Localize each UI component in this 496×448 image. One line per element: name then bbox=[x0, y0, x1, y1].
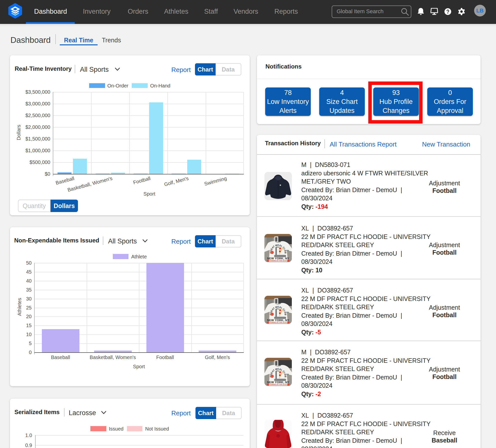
svg-text:NEW YORK, NY: NEW YORK, NY bbox=[267, 319, 289, 322]
svg-text:NEW YORK, NY: NEW YORK, NY bbox=[267, 257, 289, 260]
svg-text:EARN: EARN bbox=[285, 311, 289, 313]
svg-text:██ RUNNING BY THE SLICE ██: ██ RUNNING BY THE SLICE ██ bbox=[267, 321, 290, 323]
svg-text:NEW YORK, NY: NEW YORK, NY bbox=[267, 381, 289, 384]
svg-text:EARN: EARN bbox=[285, 250, 289, 251]
svg-text:EARN: EARN bbox=[285, 373, 289, 375]
svg-text:██ RUNNING BY THE SLICE ██: ██ RUNNING BY THE SLICE ██ bbox=[267, 383, 290, 385]
svg-text:██ RUNNING BY THE SLICE ██: ██ RUNNING BY THE SLICE ██ bbox=[267, 260, 290, 262]
